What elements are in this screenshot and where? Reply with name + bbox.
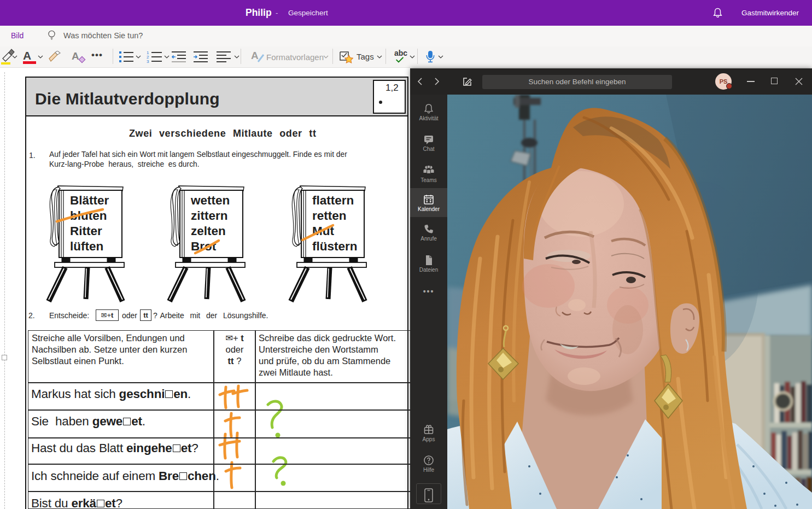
svg-text:Brot: Brot (191, 239, 217, 253)
svg-text:wetten: wetten (190, 194, 230, 207)
svg-text:Blätter: Blätter (70, 194, 109, 207)
svg-text:zelten: zelten (191, 224, 226, 238)
svg-text:flüstern: flüstern (312, 239, 358, 253)
svg-text:3: 3 (147, 59, 149, 63)
svg-text:Ritter: Ritter (70, 224, 102, 238)
svg-text:retten: retten (312, 209, 347, 223)
svg-text:flattern: flattern (312, 194, 354, 207)
svg-text:zittern: zittern (191, 209, 228, 223)
svg-text:lüften: lüften (70, 239, 103, 253)
